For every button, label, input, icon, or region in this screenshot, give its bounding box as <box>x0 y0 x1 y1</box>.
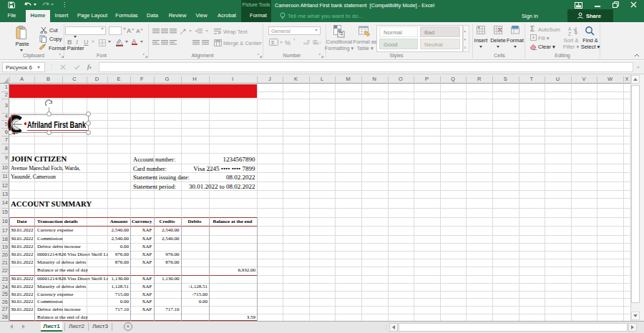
svg-text:$: $ <box>271 40 274 45</box>
svg-text:A: A <box>568 26 572 31</box>
svg-text:Z: Z <box>568 31 571 36</box>
